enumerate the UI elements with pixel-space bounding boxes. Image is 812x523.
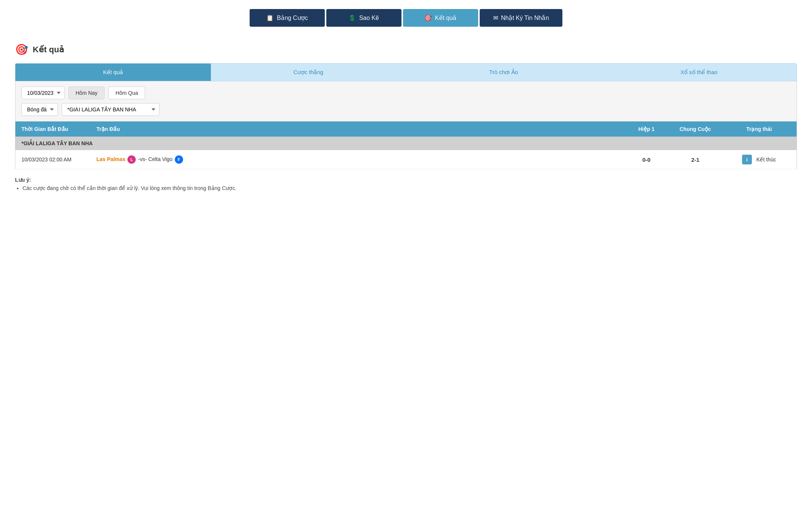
- main-content: 🎯 Kết quả Kết quả Cược thắng Trò chơi Ảo…: [0, 36, 812, 199]
- chung-cuoc-score: 2-1: [691, 157, 700, 163]
- yesterday-button[interactable]: Hôm Qua: [108, 87, 145, 99]
- bang-cuoc-label: Bảng Cược: [277, 14, 308, 21]
- page-title-row: 🎯 Kết quả: [15, 43, 797, 56]
- match-datetime: 10/03/2023 02:00 AM: [15, 150, 91, 169]
- notes-list: Các cược đang chờ có thể cần thời gian đ…: [15, 185, 797, 191]
- filters-area: 10/03/2023 Hôm Nay Hôm Qua Bóng đá *GIẢI…: [15, 81, 797, 122]
- tab-tro-choi-ao[interactable]: Trò chơi Ảo: [406, 64, 601, 81]
- today-button[interactable]: Hôm Nay: [68, 87, 105, 99]
- league-select[interactable]: *GIẢI LALIGA TÂY BAN NHA: [62, 103, 159, 116]
- away-team-badge: F: [175, 155, 183, 164]
- top-navigation: 📋 Bảng Cược 💲 Sao Kê 🎯 Kết quả ✉ Nhật Ký…: [0, 0, 812, 36]
- notes-section: Lưu ý: Các cược đang chờ có thể cần thời…: [15, 177, 797, 191]
- home-team-badge: L: [127, 155, 136, 164]
- page-title-icon: 🎯: [15, 43, 28, 56]
- info-button[interactable]: i: [742, 155, 752, 164]
- tab-xo-so[interactable]: Xổ số thể thao: [601, 64, 797, 81]
- date-select[interactable]: 10/03/2023: [21, 87, 65, 99]
- bang-cuoc-icon: 📋: [266, 14, 274, 21]
- tab-bar: Kết quả Cược thắng Trò chơi Ảo Xổ số thể…: [15, 63, 797, 81]
- ket-qua-nav-label: Kết quả: [435, 14, 456, 21]
- match-teams: Las Palmas L -vs- Celta Vigo F: [91, 150, 624, 169]
- match-hiep1: 0-0: [624, 150, 669, 169]
- notes-title: Lưu ý:: [15, 177, 797, 183]
- ket-qua-button[interactable]: 🎯 Kết quả: [403, 9, 478, 27]
- sao-ke-button[interactable]: 💲 Sao Kê: [326, 9, 401, 27]
- nhat-ky-button[interactable]: ✉ Nhật Ký Tin Nhắn: [480, 9, 563, 27]
- col-trang-thai: Trạng thái: [722, 122, 797, 137]
- col-thoi-gian: Thời Gian Bắt Đầu: [15, 122, 91, 137]
- tab-cuoc-thang[interactable]: Cược thắng: [211, 64, 406, 81]
- nhat-ky-label: Nhật Ký Tin Nhắn: [501, 14, 549, 21]
- notes-item: Các cược đang chờ có thể cần thời gian đ…: [23, 185, 797, 191]
- col-hiep1: Hiệp 1: [624, 122, 669, 137]
- home-team-name: Las Palmas: [97, 156, 126, 162]
- results-table: Thời Gian Bắt Đầu Trận Đấu Hiệp 1 Chung …: [15, 122, 797, 169]
- match-status: i Kết thúc: [722, 150, 797, 169]
- sport-select[interactable]: Bóng đá: [21, 103, 58, 116]
- filter-row-sport: Bóng đá *GIẢI LALIGA TÂY BAN NHA: [21, 103, 791, 116]
- col-tran-dau: Trận Đấu: [91, 122, 624, 137]
- nhat-ky-icon: ✉: [493, 14, 498, 21]
- table-row: 10/03/2023 02:00 AM Las Palmas L -vs- Ce…: [15, 150, 797, 169]
- table-header-row: Thời Gian Bắt Đầu Trận Đấu Hiệp 1 Chung …: [15, 122, 797, 137]
- filter-row-date: 10/03/2023 Hôm Nay Hôm Qua: [21, 87, 791, 99]
- away-team-name: Celta Vigo: [148, 156, 173, 162]
- ket-qua-nav-icon: 🎯: [424, 14, 432, 21]
- tab-ket-qua[interactable]: Kết quả: [15, 64, 211, 81]
- col-chung-cuoc: Chung Cuộc: [669, 122, 722, 137]
- page-title: Kết quả: [33, 45, 64, 55]
- group-row-laliga: *GIẢI LALIGA TÂY BAN NHA: [15, 137, 797, 150]
- match-chung-cuoc: 2-1: [669, 150, 722, 169]
- group-label: *GIẢI LALIGA TÂY BAN NHA: [15, 137, 797, 150]
- status-label: Kết thúc: [756, 157, 776, 163]
- sao-ke-icon: 💲: [348, 14, 356, 21]
- bang-cuoc-button[interactable]: 📋 Bảng Cược: [250, 9, 325, 27]
- sao-ke-label: Sao Kê: [359, 15, 379, 21]
- hiep1-score: 0-0: [642, 157, 651, 163]
- vs-separator: -vs-: [138, 156, 147, 162]
